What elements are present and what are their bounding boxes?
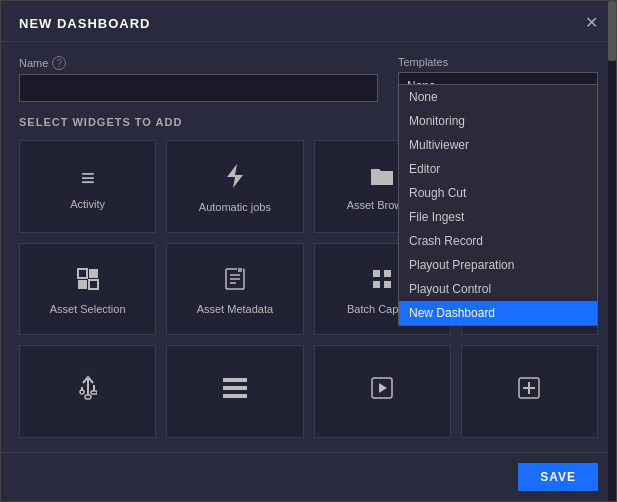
asset-selection-icon [76,267,100,295]
template-option-file-ingest[interactable]: File Ingest [399,205,597,229]
save-button[interactable]: SAVE [518,463,598,491]
svg-rect-32 [223,394,247,398]
device-icon [79,375,97,405]
asset-metadata-label: Asset Metadata [197,303,273,315]
template-option-new-dashboard[interactable]: New Dashboard [399,301,597,325]
template-option-monitoring[interactable]: Monitoring [399,109,597,133]
svg-rect-29 [91,391,97,394]
widget-automatic-jobs[interactable]: Automatic jobs [166,140,303,233]
svg-rect-16 [373,270,380,277]
top-row: Name ? Templates None ▲ None Monitoring … [19,56,598,102]
svg-rect-25 [85,395,91,399]
template-dropdown-menu: None Monitoring Multiviewer Editor Rough… [398,84,598,326]
dialog-footer: SAVE [1,452,616,501]
widget-add[interactable] [461,345,598,438]
template-option-rough-cut[interactable]: Rough Cut [399,181,597,205]
svg-rect-31 [223,386,247,390]
svg-rect-6 [89,269,98,278]
svg-rect-5 [78,269,87,278]
asset-selection-label: Asset Selection [50,303,126,315]
template-option-editor[interactable]: Editor [399,157,597,181]
close-button[interactable]: ✕ [585,15,598,31]
name-label: Name ? [19,56,378,70]
svg-rect-17 [384,270,391,277]
widget-device[interactable] [19,345,156,438]
widget-activity[interactable]: ≡ Activity [19,140,156,233]
svg-rect-18 [373,281,380,288]
name-input[interactable] [19,74,378,102]
svg-rect-7 [78,280,87,289]
new-dashboard-dialog: NEW DASHBOARD ✕ Name ? Templates None ▲ [0,0,617,502]
list-icon [223,378,247,402]
svg-rect-30 [223,378,247,382]
template-option-playout-control[interactable]: Playout Control [399,277,597,301]
svg-point-27 [80,390,84,394]
widget-asset-selection[interactable]: Asset Selection [19,243,156,336]
template-option-playout-preparation[interactable]: Playout Preparation [399,253,597,277]
dialog-header: NEW DASHBOARD ✕ [1,1,616,42]
name-field-group: Name ? [19,56,378,102]
widget-asset-metadata[interactable]: Asset Metadata [166,243,303,336]
scrollbar-track[interactable] [608,1,616,501]
automatic-jobs-label: Automatic jobs [199,201,271,213]
dialog-title: NEW DASHBOARD [19,16,150,31]
svg-marker-34 [379,383,387,393]
widget-media[interactable] [314,345,451,438]
template-option-crash-record[interactable]: Crash Record [399,229,597,253]
add-icon [517,376,541,404]
media-icon [370,376,394,404]
svg-rect-8 [89,280,98,289]
activity-label: Activity [70,198,105,210]
name-help-icon[interactable]: ? [52,56,66,70]
svg-marker-0 [227,164,243,188]
scrollbar-thumb[interactable] [608,1,616,61]
batch-capture-icon [370,267,394,295]
asset-browser-icon [369,165,395,191]
templates-label: Templates [398,56,598,68]
svg-rect-19 [384,281,391,288]
widget-list[interactable] [166,345,303,438]
template-option-none[interactable]: None [399,85,597,109]
dialog-body: Name ? Templates None ▲ None Monitoring … [1,42,616,452]
activity-icon: ≡ [81,166,94,190]
automatic-jobs-icon [224,163,246,193]
asset-metadata-icon [223,267,247,295]
template-option-multiviewer[interactable]: Multiviewer [399,133,597,157]
template-field-group: Templates None ▲ None Monitoring Multivi… [398,56,598,100]
